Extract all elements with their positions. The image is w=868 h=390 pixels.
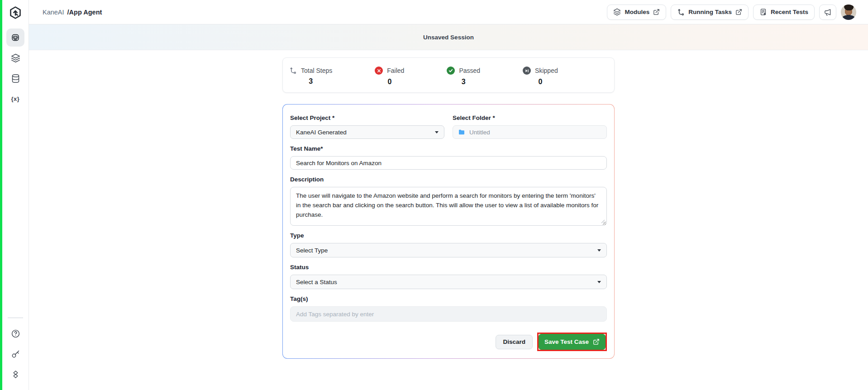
project-select-value: KaneAI Generated [296, 129, 435, 136]
type-label: Type [290, 232, 607, 239]
save-test-case-button[interactable]: Save Test Case [539, 334, 606, 350]
modules-button[interactable]: Modules [607, 5, 666, 20]
stat-skipped-label: Skipped [535, 67, 558, 74]
chevron-down-icon [597, 249, 601, 252]
status-select-value: Select a Status [296, 279, 597, 285]
kaneai-logo-icon [8, 5, 23, 20]
stat-total-steps-label: Total Steps [301, 67, 332, 74]
sidebar-item-data[interactable] [6, 69, 24, 87]
tags-input[interactable] [290, 306, 607, 322]
status-label: Status [290, 264, 607, 271]
sidebar-item-agent[interactable] [6, 29, 24, 47]
recent-tests-button-label: Recent Tests [771, 9, 808, 15]
external-link-icon [735, 9, 742, 15]
stat-failed-label: Failed [387, 67, 404, 74]
description-label: Description [290, 176, 607, 183]
steps-icon [289, 67, 297, 74]
tags-label: Tag(s) [290, 295, 607, 302]
chevron-down-icon [597, 281, 601, 283]
layers-icon [613, 8, 621, 16]
skipped-icon [523, 67, 531, 75]
folder-label: Select Folder * [453, 114, 607, 121]
session-banner-title: Unsaved Session [423, 34, 474, 41]
project-field-group: Select Project * KaneAI Generated [290, 112, 444, 139]
stat-passed-label: Passed [459, 67, 480, 74]
folder-select[interactable]: Untitled [453, 125, 607, 139]
content-column: KaneAI /App Agent Modules [29, 0, 868, 390]
main-area: Total Steps 3 Failed 0 [29, 50, 868, 390]
sidebar-divider [8, 318, 23, 318]
description-wrap: The user will navigate to the Amazon web… [290, 187, 607, 226]
header-actions: Modules Running Tasks [607, 5, 856, 20]
stat-total-steps-value: 3 [289, 77, 332, 86]
sidebar-item-variables[interactable]: {x} [6, 90, 24, 108]
failed-icon [375, 67, 383, 75]
description-textarea[interactable]: The user will navigate to the Amazon web… [290, 187, 607, 226]
external-link-icon [593, 338, 600, 345]
form-actions: Discard Save Test Case [290, 333, 607, 351]
stat-skipped: Skipped 0 [523, 67, 558, 86]
save-button-highlight: Save Test Case [537, 333, 607, 351]
stat-failed-value: 0 [375, 78, 404, 86]
help-icon [11, 329, 20, 338]
sidebar-item-access-key[interactable] [6, 345, 24, 363]
external-link-icon [653, 9, 660, 15]
top-header: KaneAI /App Agent Modules [29, 0, 868, 24]
test-report-icon [759, 8, 767, 16]
database-icon [11, 74, 20, 83]
stat-total-steps: Total Steps 3 [289, 67, 332, 86]
sidebar-item-modules[interactable] [6, 49, 24, 67]
recent-tests-button[interactable]: Recent Tests [753, 5, 815, 20]
app-root: {x} KaneAI [0, 0, 868, 390]
flow-icon [677, 8, 685, 16]
breadcrumb-root[interactable]: KaneAI [43, 9, 64, 16]
key-icon [11, 349, 20, 359]
stat-passed-value: 3 [447, 78, 480, 86]
type-select[interactable]: Select Type [290, 243, 607, 257]
status-select[interactable]: Select a Status [290, 275, 607, 289]
save-test-case-form: Select Project * KaneAI Generated Select… [282, 104, 615, 359]
megaphone-icon [824, 8, 832, 16]
project-select[interactable]: KaneAI Generated [290, 125, 444, 139]
project-label: Select Project * [290, 114, 444, 121]
sidebar: {x} [0, 0, 29, 390]
running-tasks-button[interactable]: Running Tasks [671, 5, 749, 20]
test-name-label: Test Name* [290, 145, 607, 152]
kaneai-logo [7, 4, 24, 21]
folder-icon [458, 128, 465, 136]
folder-field-group: Select Folder * Untitled [453, 112, 607, 139]
type-select-value: Select Type [296, 247, 597, 254]
announcements-button[interactable] [819, 5, 836, 20]
test-name-input[interactable] [290, 156, 607, 170]
robot-icon [10, 33, 20, 43]
folder-select-value: Untitled [469, 129, 490, 136]
sidebar-item-help[interactable] [6, 324, 24, 342]
breadcrumb-current: /App Agent [67, 9, 102, 16]
stack-icon [11, 370, 20, 379]
layers-icon [11, 53, 20, 63]
session-banner: Unsaved Session [29, 24, 868, 50]
passed-icon [447, 67, 455, 75]
modules-button-label: Modules [625, 9, 649, 15]
chevron-down-icon [435, 131, 439, 133]
user-avatar[interactable] [841, 5, 856, 20]
stat-skipped-value: 0 [523, 78, 558, 86]
stat-passed: Passed 3 [447, 67, 480, 86]
breadcrumb: KaneAI /App Agent [43, 9, 102, 16]
stats-card: Total Steps 3 Failed 0 [282, 57, 615, 93]
stat-failed: Failed 0 [375, 67, 404, 86]
sidebar-item-sessions[interactable] [6, 365, 24, 383]
save-test-case-button-label: Save Test Case [544, 338, 589, 345]
variables-icon: {x} [11, 95, 20, 102]
discard-button[interactable]: Discard [496, 335, 533, 349]
running-tasks-button-label: Running Tasks [688, 9, 732, 15]
